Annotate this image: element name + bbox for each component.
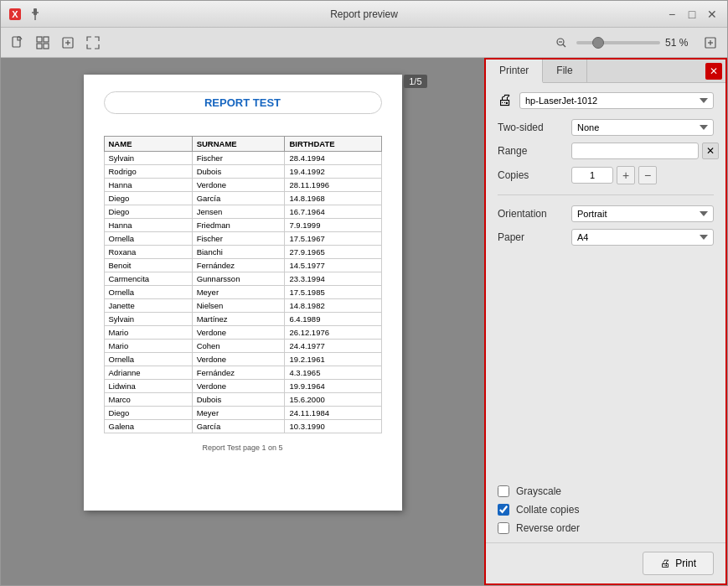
print-button[interactable]: 🖨 Print [643, 552, 714, 575]
app-icon-x[interactable]: X [8, 7, 23, 22]
report-title-wrap: REPORT TEST [104, 91, 382, 126]
table-row: OrnellaVerdone19.2.1961 [104, 353, 381, 366]
app-icon-pin[interactable] [28, 7, 43, 22]
orientation-row: Orientation Portrait Landscape [498, 205, 714, 222]
minimize-button[interactable]: − [663, 6, 680, 23]
page-badge: 1/5 [404, 75, 426, 88]
fit-button[interactable] [58, 33, 78, 53]
range-input[interactable] [571, 143, 699, 159]
paper-label: Paper [498, 231, 565, 243]
window-title: Report preview [330, 8, 398, 20]
spacer [498, 252, 714, 479]
print-btn-label: Print [675, 557, 696, 569]
table-row: MarioVerdone26.12.1976 [104, 326, 381, 340]
zoom-fullscreen-button[interactable] [700, 33, 720, 53]
range-area: ✕ [571, 143, 719, 159]
layout-button[interactable] [33, 33, 53, 53]
page-footer: Report Test page 1 on 5 [104, 443, 382, 452]
two-sided-label: Two-sided [498, 122, 565, 133]
divider-1 [498, 194, 714, 195]
maximize-button[interactable]: □ [684, 6, 700, 23]
table-row: MarcoDubois15.6.2000 [104, 393, 381, 407]
printer-icon: 🖨 [498, 91, 513, 109]
table-row: RodrigoDubois19.4.1992 [104, 165, 381, 179]
grayscale-checkbox[interactable] [498, 485, 509, 497]
svg-rect-8 [37, 44, 42, 49]
table-row: MarioCohen24.4.1977 [104, 340, 381, 353]
titlebar-controls: − □ ✕ [663, 6, 720, 23]
table-row: SylvainMartínez6.4.1989 [104, 313, 381, 326]
svg-rect-6 [37, 37, 42, 42]
table-row: JanetteNielsen14.8.1982 [104, 299, 381, 313]
zoom-slider[interactable] [576, 41, 660, 44]
paper-select[interactable]: A4 A3 Letter Legal [571, 229, 714, 246]
collate-checkbox[interactable] [498, 504, 509, 516]
table-row: GalenaGarcía10.3.1990 [104, 420, 381, 433]
printer-select[interactable]: hp-LaserJet-1012 [519, 92, 714, 109]
print-panel-body: 🖨 hp-LaserJet-1012 Two-sided None Long e… [486, 83, 725, 542]
main-area: 1/5 REPORT TEST NAME SURNAME BIRTHDATE [1, 58, 727, 585]
tab-file[interactable]: File [543, 60, 586, 82]
table-row: OrnellaMeyer17.5.1985 [104, 286, 381, 299]
svg-rect-5 [13, 37, 20, 47]
copies-plus-button[interactable]: + [617, 166, 635, 184]
svg-text:X: X [12, 9, 18, 19]
svg-line-14 [563, 44, 565, 47]
titlebar: X Report preview − □ ✕ [1, 1, 727, 28]
table-row: DiegoMeyer24.11.1984 [104, 407, 381, 420]
copies-input[interactable] [571, 167, 613, 184]
collate-label[interactable]: Collate copies [516, 504, 579, 516]
range-label: Range [498, 145, 565, 157]
orientation-label: Orientation [498, 208, 565, 220]
table-row: HannaVerdone28.11.1996 [104, 179, 381, 192]
preview-area[interactable]: 1/5 REPORT TEST NAME SURNAME BIRTHDATE [1, 58, 484, 585]
printer-row: 🖨 hp-LaserJet-1012 [498, 91, 714, 109]
reverse-label[interactable]: Reverse order [516, 522, 580, 534]
orientation-select[interactable]: Portrait Landscape [571, 205, 714, 222]
collate-row: Collate copies [498, 504, 714, 516]
zoom-percent-label: 51 % [665, 37, 695, 49]
table-row: OrnellaFischer17.5.1967 [104, 232, 381, 246]
zoom-area: 51 % [551, 33, 720, 53]
svg-rect-9 [44, 44, 49, 49]
report-title: REPORT TEST [104, 91, 382, 114]
copies-area: + − [571, 166, 657, 184]
table-row: RoxanaBianchi27.9.1965 [104, 246, 381, 259]
tab-printer[interactable]: Printer [486, 60, 543, 83]
expand-button[interactable] [83, 33, 103, 53]
range-clear-button[interactable]: ✕ [702, 143, 719, 159]
main-window: X Report preview − □ ✕ [0, 0, 728, 586]
col-header-name: NAME [104, 137, 192, 152]
print-btn-icon: 🖨 [660, 557, 670, 569]
toolbar: 51 % [1, 28, 727, 58]
col-header-birthdate: BIRTHDATE [285, 137, 381, 152]
page-container: 1/5 REPORT TEST NAME SURNAME BIRTHDATE [84, 75, 402, 568]
table-row: LidwinaVerdone19.9.1964 [104, 380, 381, 393]
grayscale-row: Grayscale [498, 485, 714, 497]
two-sided-select[interactable]: None Long edge Short edge [571, 119, 714, 136]
table-row: HannaFriedman7.9.1999 [104, 219, 381, 232]
copies-minus-button[interactable]: − [638, 166, 657, 184]
close-button[interactable]: ✕ [704, 6, 720, 23]
svg-rect-7 [44, 37, 49, 42]
table-row: CarmencitaGunnarsson23.3.1994 [104, 272, 381, 286]
copies-label: Copies [498, 169, 565, 181]
titlebar-left-icons: X [8, 7, 43, 22]
print-panel: Printer File ✕ 🖨 hp-LaserJet-1012 Two-si… [484, 58, 727, 585]
print-panel-footer: 🖨 Print [486, 542, 725, 583]
copies-row: Copies + − [498, 166, 714, 184]
new-doc-button[interactable] [8, 33, 28, 53]
table-row: BenoitFernández14.5.1977 [104, 259, 381, 272]
paper-row: Paper A4 A3 Letter Legal [498, 229, 714, 246]
zoom-out-button[interactable] [551, 33, 571, 53]
reverse-row: Reverse order [498, 522, 714, 534]
print-panel-tabs: Printer File ✕ [486, 60, 725, 83]
report-table: NAME SURNAME BIRTHDATE SylvainFischer28.… [104, 136, 382, 433]
grayscale-label[interactable]: Grayscale [516, 485, 561, 497]
table-row: SylvainFischer28.4.1994 [104, 152, 381, 165]
panel-close-button[interactable]: ✕ [705, 63, 722, 80]
two-sided-row: Two-sided None Long edge Short edge [498, 119, 714, 136]
col-header-surname: SURNAME [192, 137, 285, 152]
reverse-checkbox[interactable] [498, 522, 509, 534]
table-row: DiegoGarcía14.8.1968 [104, 192, 381, 205]
